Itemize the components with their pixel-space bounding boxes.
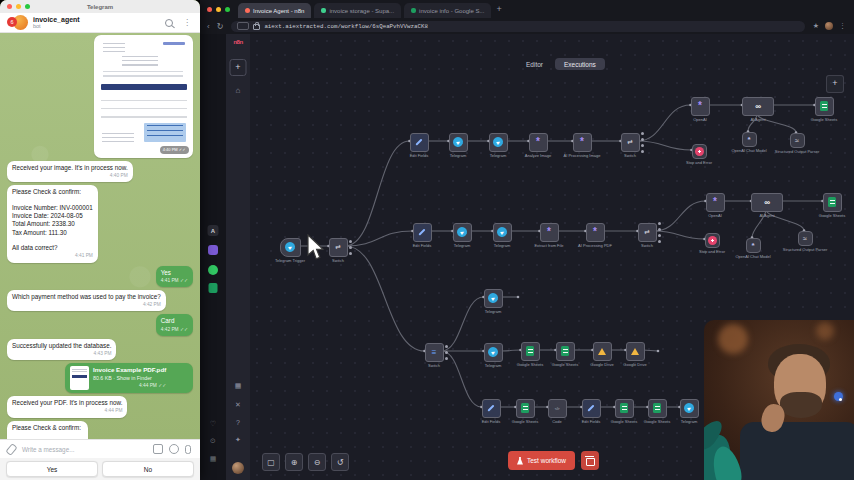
back-icon[interactable]: ‹ bbox=[207, 22, 210, 31]
node-parser_a[interactable]: ≈Structured Output Parser bbox=[790, 133, 805, 148]
reset-zoom-button[interactable]: ↺ bbox=[331, 453, 349, 471]
message-input[interactable]: Write a message... bbox=[22, 446, 153, 453]
invoice-image[interactable]: 4:40 PM ✓✓ bbox=[96, 37, 192, 157]
node-gs5[interactable]: Google Sheets bbox=[615, 399, 634, 418]
node-agent_a[interactable]: ∞AI Agent bbox=[742, 97, 774, 116]
node-chat_b[interactable]: *OpenAI Chat Model bbox=[746, 238, 761, 253]
tab-editor[interactable]: Editor bbox=[518, 59, 551, 70]
node-tg6[interactable]: ▶Telegram bbox=[484, 343, 503, 362]
node-oa2[interactable]: *AI Processing Image bbox=[573, 133, 592, 152]
node-oa_a[interactable]: *OpenAI bbox=[691, 97, 710, 116]
new-tab-button[interactable]: + bbox=[496, 4, 501, 14]
node-tg7[interactable]: ▶Telegram bbox=[680, 399, 699, 418]
output-port[interactable] bbox=[658, 240, 661, 243]
node-oa3[interactable]: *Extract from File bbox=[540, 223, 559, 242]
node-gs_a[interactable]: Google Sheets bbox=[815, 97, 834, 116]
node-gs4[interactable]: Google Sheets bbox=[516, 399, 535, 418]
search-icon[interactable] bbox=[165, 19, 173, 27]
output-port[interactable] bbox=[349, 240, 352, 243]
favorites-heart-icon[interactable]: ♡ bbox=[210, 420, 216, 428]
browser-tab[interactable]: invoice info - Google S... bbox=[404, 3, 491, 19]
node-gd1[interactable]: Google Drive bbox=[593, 342, 612, 361]
add-node-button[interactable]: + bbox=[230, 59, 247, 76]
templates-icon[interactable]: ▦ bbox=[235, 382, 242, 390]
node-oa_b[interactable]: *OpenAI bbox=[706, 193, 725, 212]
maximize-window-button[interactable] bbox=[225, 7, 230, 12]
browser-tab[interactable]: invoice storage - Supa... bbox=[314, 3, 401, 19]
extension-chip-icon[interactable] bbox=[237, 22, 249, 30]
output-port[interactable] bbox=[658, 228, 661, 231]
node-switch[interactable]: ⇄Switch bbox=[329, 238, 348, 257]
overview-home-icon[interactable]: ⌂ bbox=[236, 86, 241, 95]
help-icon[interactable]: ? bbox=[236, 419, 240, 426]
output-port[interactable] bbox=[349, 246, 352, 249]
node-tg3[interactable]: ▶Telegram bbox=[453, 223, 472, 242]
browser-profile-avatar[interactable] bbox=[825, 22, 833, 30]
output-port[interactable] bbox=[641, 132, 644, 135]
zoom-in-button[interactable]: ⊕ bbox=[285, 453, 303, 471]
node-ef_t[interactable]: Edit Fields bbox=[410, 133, 429, 152]
node-gs3[interactable]: Google Sheets bbox=[556, 342, 575, 361]
node-gd2[interactable]: Google Drive bbox=[626, 342, 645, 361]
node-gs6[interactable]: Google Sheets bbox=[648, 399, 667, 418]
node-red_b[interactable]: Stop and Error bbox=[705, 233, 720, 248]
output-port[interactable] bbox=[641, 138, 644, 141]
pinned-app-purple-icon[interactable] bbox=[208, 245, 218, 255]
message-composer[interactable]: Write a message... bbox=[0, 439, 200, 458]
message-bubble[interactable]: 4:40 PM ✓✓ bbox=[94, 35, 193, 158]
node-code[interactable]: </>Code bbox=[548, 399, 567, 418]
output-port[interactable] bbox=[349, 252, 352, 255]
browser-tab[interactable]: Invoice Agent - n8n bbox=[238, 3, 311, 19]
refresh-icon[interactable]: ↻ bbox=[217, 22, 224, 31]
test-workflow-button[interactable]: Test workflow bbox=[508, 451, 575, 470]
node-ef2[interactable]: Edit Fields bbox=[482, 399, 501, 418]
sheets-app-icon[interactable] bbox=[209, 283, 218, 293]
delete-button[interactable] bbox=[581, 451, 599, 470]
node-sw1[interactable]: ⇄Switch bbox=[621, 133, 640, 152]
address-bar[interactable]: aiext.aiextracted.com/workflow/6sQeaPvhV… bbox=[231, 21, 804, 32]
node-trigger[interactable]: ▶Telegram Trigger bbox=[280, 238, 301, 257]
node-oa1[interactable]: *Analyze Image bbox=[529, 133, 548, 152]
node-agent_b[interactable]: ∞AI Agent bbox=[751, 193, 783, 212]
close-window-button[interactable] bbox=[207, 7, 212, 12]
fit-view-button[interactable]: ▢ bbox=[262, 453, 280, 471]
node-tg1[interactable]: ▶Telegram bbox=[449, 133, 468, 152]
message-bubble[interactable]: Invoice Example PDF.pdf80.6 KB · Show in… bbox=[65, 363, 193, 393]
history-clock-icon[interactable]: ⊙ bbox=[210, 437, 216, 445]
minimize-window-button[interactable] bbox=[216, 7, 221, 12]
chat-menu-icon[interactable]: ⋮ bbox=[183, 18, 191, 27]
output-port[interactable] bbox=[445, 345, 448, 348]
pinned-app-icon[interactable]: A bbox=[208, 225, 219, 236]
output-port[interactable] bbox=[658, 234, 661, 237]
url-text[interactable]: aiext.aiextracted.com/workflow/6sQeaPvhV… bbox=[264, 23, 428, 30]
node-tg5[interactable]: ▶Telegram bbox=[484, 289, 503, 308]
mic-icon[interactable] bbox=[185, 445, 191, 454]
node-sw2[interactable]: ⇄Switch bbox=[638, 223, 657, 242]
node-ef_m[interactable]: Edit Fields bbox=[413, 223, 432, 242]
reply-no-button[interactable]: No bbox=[102, 461, 194, 477]
output-port[interactable] bbox=[641, 150, 644, 153]
node-gs_b[interactable]: Google Sheets bbox=[823, 193, 842, 212]
canvas-add-node-button[interactable]: + bbox=[826, 75, 844, 93]
node-gs2[interactable]: Google Sheets bbox=[521, 342, 540, 361]
tab-executions[interactable]: Executions bbox=[555, 58, 605, 70]
browser-menu-icon[interactable]: ⋮ bbox=[839, 22, 846, 30]
output-port[interactable] bbox=[641, 144, 644, 147]
reply-yes-button[interactable]: Yes bbox=[6, 461, 98, 477]
output-port[interactable] bbox=[445, 351, 448, 354]
node-tg2[interactable]: ▶Telegram bbox=[489, 133, 508, 152]
output-port[interactable] bbox=[658, 222, 661, 225]
node-parser_b[interactable]: ≈Structured Output Parser bbox=[798, 231, 813, 246]
node-red_a[interactable]: Stop and Error bbox=[692, 144, 707, 159]
bookmark-star-icon[interactable]: ★ bbox=[813, 22, 819, 30]
emoji-icon[interactable] bbox=[169, 444, 179, 454]
node-oa4[interactable]: *AI Processing PDF bbox=[586, 223, 605, 242]
whatsapp-icon[interactable] bbox=[208, 265, 218, 275]
output-port[interactable] bbox=[445, 357, 448, 360]
close-panel-icon[interactable]: ✕ bbox=[235, 401, 241, 409]
whats-new-icon[interactable]: ✦ bbox=[235, 436, 241, 444]
node-tg4[interactable]: ▶Telegram bbox=[493, 223, 512, 242]
chat-header[interactable]: invoice_agent bot ⋮ bbox=[0, 13, 200, 33]
sticker-icon[interactable] bbox=[153, 444, 163, 454]
node-ef3[interactable]: Edit Fields bbox=[582, 399, 601, 418]
